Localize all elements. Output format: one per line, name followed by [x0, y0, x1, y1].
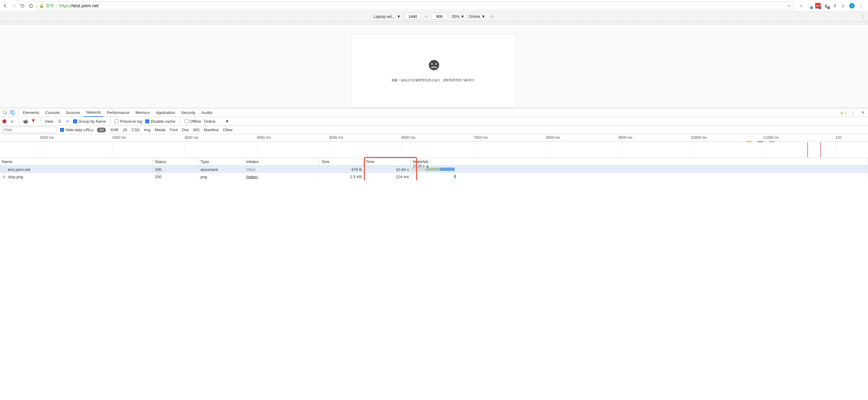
network-row[interactable]: ◉stop.png 200 png (index) 2.5 KB 224 ms — [0, 173, 868, 180]
devtools-tab-audits[interactable]: Audits — [198, 108, 215, 117]
devtools-tab-elements[interactable]: Elements — [20, 108, 42, 117]
row-initiator[interactable]: (index) — [246, 174, 258, 179]
device-more-icon[interactable]: ⋮ — [861, 14, 865, 19]
svg-rect-5 — [12, 112, 14, 114]
zoom-select[interactable]: 35% ▼ — [452, 14, 465, 19]
filter-type-xhr[interactable]: XHR — [110, 128, 118, 132]
ext-icon-4[interactable]: ◧2 — [824, 3, 829, 8]
row-status: 200 — [153, 173, 199, 180]
filter-type-img[interactable]: Img — [144, 128, 150, 132]
network-row[interactable]: test.yiem.net 200 document Other 676 B 1… — [0, 166, 868, 173]
extension-icons: ⋎ ⬚e abp1 ◧2 ⬍ ◐ ♫ ⋮ — [797, 3, 866, 9]
filter-type-media[interactable]: Media — [155, 128, 165, 132]
address-bar[interactable]: 🔒 安全 | https://test.yiem.net ☆ — [36, 1, 794, 10]
devtools-tab-sources[interactable]: Sources — [63, 108, 84, 117]
browser-menu-icon[interactable]: ⋮ — [858, 3, 864, 9]
col-name-header[interactable]: Name — [0, 158, 153, 165]
timeline-ruler[interactable]: 1000 ms2000 ms3000 ms4000 ms5000 ms6000 … — [0, 134, 868, 141]
col-size-header[interactable]: Size — [320, 158, 364, 165]
timeline-tick: 1000 ms — [40, 135, 54, 140]
filter-type-font[interactable]: Font — [170, 128, 178, 132]
hide-data-urls-checkbox[interactable]: Hide data URLs — [60, 128, 93, 132]
page-viewport: 抱歉！该站点已经被管理员停止运行，请联系管理员了解详情！ — [0, 25, 868, 108]
sad-face-icon — [428, 59, 440, 71]
throttle-select[interactable]: Online ▼ — [469, 14, 485, 19]
devtools-tab-application[interactable]: Application — [153, 108, 178, 117]
page-error-message: 抱歉！该站点已经被管理员停止运行，请联系管理员了解详情！ — [392, 78, 476, 82]
row-time: 224 ms — [364, 173, 411, 180]
timeline-tick: 2000 ms — [112, 135, 126, 140]
url-separator: | — [56, 3, 57, 8]
bookmark-star-icon[interactable]: ☆ — [787, 3, 791, 8]
ruler — [0, 22, 868, 25]
svg-point-2 — [435, 63, 437, 65]
file-icon — [2, 167, 6, 171]
rotate-icon[interactable]: ⊘ — [490, 14, 494, 19]
ext-icon-6[interactable]: ◐ — [841, 3, 846, 8]
device-mode-icon[interactable] — [9, 109, 16, 116]
clear-icon[interactable]: ⊘ — [9, 119, 14, 124]
devtools-tab-memory[interactable]: Memory — [132, 108, 153, 117]
row-waterfall — [411, 166, 868, 173]
disable-cache-checkbox[interactable]: Disable cache — [145, 119, 176, 124]
dim-separator: × — [425, 14, 427, 19]
group-by-frame-checkbox[interactable]: Group by frame — [73, 119, 106, 124]
device-select[interactable]: Laptop wit… ▼ — [374, 14, 401, 19]
devtools-tabbar: ElementsConsoleSourcesNetworkPerformance… — [0, 108, 868, 117]
viewport-height-input[interactable] — [432, 13, 447, 20]
devtools-tab-security[interactable]: Security — [178, 108, 198, 117]
col-type-header[interactable]: Type — [199, 158, 244, 165]
col-initiator-header[interactable]: Initiator — [244, 158, 320, 165]
browser-toolbar: 🔒 安全 | https://test.yiem.net ☆ ⋎ ⬚e abp1… — [0, 0, 868, 11]
view-tree-icon[interactable]: ≡ — [65, 119, 70, 124]
url-text: https://test.yiem.net — [59, 3, 99, 8]
devtools-close-icon[interactable]: ✕ — [860, 109, 866, 116]
inspect-icon[interactable] — [2, 109, 8, 116]
row-time: 10.64 s — [364, 166, 411, 173]
camera-icon[interactable]: 📹 — [23, 119, 28, 124]
preserve-log-checkbox[interactable]: Preserve log — [115, 119, 142, 124]
filter-type-all[interactable]: All — [97, 128, 106, 132]
record-button[interactable] — [2, 120, 6, 123]
filter-type-doc[interactable]: Doc — [182, 128, 189, 132]
filter-type-other[interactable]: Other — [223, 128, 233, 132]
filter-type-css[interactable]: CSS — [132, 128, 140, 132]
view-list-icon[interactable]: ☰ — [57, 119, 62, 124]
offline-checkbox[interactable]: Offline — [184, 119, 201, 124]
filter-funnel-icon[interactable] — [31, 119, 36, 124]
devtools-tab-console[interactable]: Console — [42, 108, 63, 117]
devtools-tab-performance[interactable]: Performance — [104, 108, 132, 117]
ext-icon-5[interactable]: ⬍ — [832, 3, 838, 8]
forward-button[interactable] — [11, 3, 17, 9]
reload-button[interactable] — [20, 3, 26, 9]
ext-icon-7[interactable]: ♫ — [849, 3, 855, 8]
filter-type-js[interactable]: JS — [123, 128, 127, 132]
back-button[interactable] — [2, 3, 8, 9]
row-status: 200 — [153, 166, 199, 173]
timeline-tick: 6000 ms — [402, 135, 415, 140]
col-waterfall-header[interactable]: Waterfall10.00 s ▲ — [411, 158, 868, 165]
filter-type-ws[interactable]: WS — [193, 128, 199, 132]
timeline-overview[interactable] — [0, 141, 868, 158]
svg-point-1 — [431, 63, 433, 65]
throttle-profile-select[interactable]: Online▼ — [204, 119, 229, 124]
ext-icon-2[interactable]: ⬚e — [807, 3, 812, 8]
ext-icon-1[interactable]: ⋎ — [798, 3, 804, 8]
ext-icon-3[interactable]: abp1 — [815, 3, 821, 8]
row-type: png — [199, 173, 244, 180]
col-time-header[interactable]: Time — [364, 158, 411, 165]
secure-label: 安全 — [46, 3, 54, 8]
device-toolbar: Laptop wit… ▼ × 35% ▼ Online ▼ ⊘ ⋮ — [0, 11, 868, 22]
filter-input[interactable] — [2, 127, 56, 133]
viewport-width-input[interactable] — [405, 13, 421, 20]
warnings-badge[interactable]: ▲ 1 — [840, 110, 847, 115]
home-button[interactable] — [28, 3, 34, 9]
col-status-header[interactable]: Status — [153, 158, 199, 165]
filter-type-manifest[interactable]: Manifest — [204, 128, 219, 132]
devtools-tab-network[interactable]: Network — [84, 108, 104, 117]
network-filter-row: Hide data URLs AllXHRJSCSSImgMediaFontDo… — [0, 126, 868, 134]
row-name: test.yiem.net — [8, 167, 30, 172]
devtools-menu-icon[interactable]: ⋮ — [850, 109, 857, 116]
timeline-tick: 9000 ms — [618, 135, 632, 140]
row-size: 676 B — [320, 166, 364, 173]
